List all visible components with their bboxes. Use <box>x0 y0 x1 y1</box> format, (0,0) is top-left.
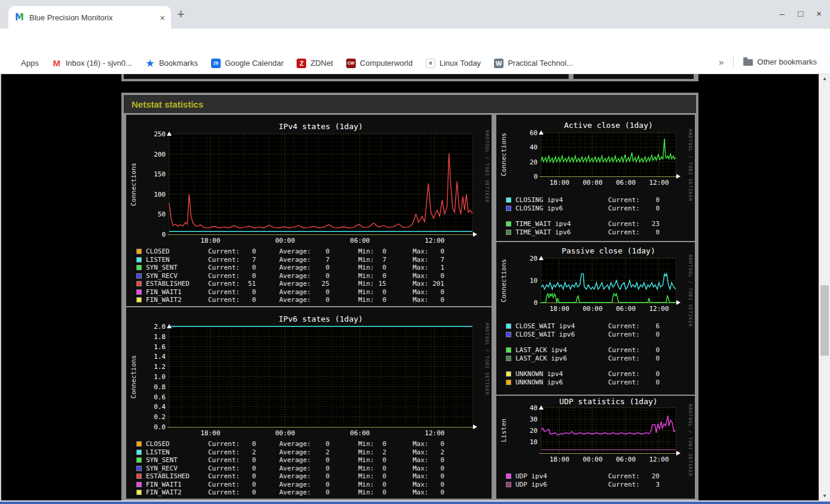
legend-name: LAST_ACK ipv4 <box>515 346 608 355</box>
browser-tab[interactable]: M M Blue Precision Monitorix × <box>8 6 171 29</box>
legend-name: FIN_WAIT2 <box>146 488 208 497</box>
legend-current-value: 0 <box>640 228 660 237</box>
svg-text:12:00: 12:00 <box>425 237 444 245</box>
bookmark-item-cw[interactable]: CWComputerworld <box>346 59 413 68</box>
legend-swatch <box>506 230 511 235</box>
rrdtool-side-label: RRDTOOL / TOBI OETIKER <box>688 404 693 476</box>
legend-swatch <box>136 490 142 495</box>
legend-name: LISTEN <box>146 256 208 264</box>
legend-name: CLOSE_WAIT ipv6 <box>515 331 608 339</box>
monitorix-favicon: M M <box>14 13 24 22</box>
previous-section-bottom-edge <box>121 74 698 81</box>
svg-text:30: 30 <box>530 416 538 423</box>
bookmark-item-star[interactable]: ★Bookmarks <box>145 59 198 68</box>
active-close-legend: CLOSING ipv4Current:0CLOSING ipv6Current… <box>496 196 704 236</box>
legend-name: SYN_RECV <box>146 465 208 473</box>
cw-icon: CW <box>346 59 356 68</box>
ipv6-states-panel: 18:0000:0006:0012:000.00.20.40.60.81.01.… <box>126 307 492 499</box>
legend-swatch <box>136 281 142 286</box>
legend-row-udp-ipv6: UDP ipv6Current:3 <box>506 481 704 489</box>
legend-swatch <box>506 347 511 353</box>
svg-text:00:00: 00:00 <box>582 305 602 313</box>
svg-text:00:00: 00:00 <box>275 429 295 437</box>
legend-name: UNKNOWN ipv6 <box>515 378 608 387</box>
svg-text:1.8: 1.8 <box>154 333 166 341</box>
new-tab-button[interactable]: + <box>177 10 185 19</box>
section-header: Netstat statistics <box>124 95 696 113</box>
legend-row-syn_sent: SYN_SENTCurrent:0Average:0Min:0Max:1 <box>136 264 502 272</box>
bookmark-label: ZDNet <box>310 59 333 68</box>
bookmarks-overflow-chevron[interactable]: » <box>719 57 724 67</box>
legend-name: FIN_WAIT2 <box>146 296 208 304</box>
svg-text:60: 60 <box>530 129 538 137</box>
svg-text:0.6: 0.6 <box>154 393 166 401</box>
svg-text:200: 200 <box>154 151 166 158</box>
udp-statistics-ylabel: Listen <box>499 408 508 453</box>
legend-swatch <box>136 466 142 471</box>
minimize-button[interactable]: – <box>780 8 785 19</box>
vertical-scrollbar[interactable]: ▲ ▼ <box>819 74 830 500</box>
bookmark-item-wordpress[interactable]: WPractical Technol... <box>494 59 573 68</box>
legend-current-value: 6 <box>640 322 660 331</box>
ipv6-states-ylabel: Connections <box>129 326 138 427</box>
legend-current-value: 0 <box>640 331 660 339</box>
bookmark-item-gmail[interactable]: MInbox (16) - sjvn0... <box>52 59 132 68</box>
svg-text:06:00: 06:00 <box>616 305 636 313</box>
svg-text:0: 0 <box>533 299 538 307</box>
maximize-button[interactable]: □ <box>798 8 803 19</box>
scrollbar-down-arrow[interactable]: ▼ <box>819 491 830 500</box>
linuxtoday-icon: lt <box>426 59 435 68</box>
svg-text:1.0: 1.0 <box>154 373 166 381</box>
svg-text:40: 40 <box>530 404 538 412</box>
window-close-button[interactable]: × <box>816 8 822 19</box>
bookmark-item-apps-grid[interactable]: Apps <box>8 59 39 68</box>
tab-close-icon[interactable]: × <box>160 13 165 22</box>
legend-swatch <box>506 380 511 385</box>
legend-current-value: 20 <box>640 472 660 481</box>
rrdtool-side-label: RRDTOOL / TOBI OETIKER <box>688 255 693 327</box>
legend-group: UDP ipv4Current:20UDP ipv6Current:3 <box>506 472 704 488</box>
legend-row-unknown-ipv6: UNKNOWN ipv6Current:0 <box>506 378 704 387</box>
legend-row-close-wait-ipv6: CLOSE_WAIT ipv6Current:0 <box>506 331 704 339</box>
bookmark-item-calendar[interactable]: 28Google Calendar <box>211 59 283 68</box>
legend-current-label: Current: <box>608 204 640 213</box>
zdnet-icon: Z <box>297 59 306 68</box>
legend-group: CLOSING ipv4Current:0CLOSING ipv6Current… <box>506 196 704 212</box>
legend-swatch <box>506 197 511 203</box>
legend-row-listen: LISTENCurrent:2Average:2Min:2Max:2 <box>136 448 502 457</box>
legend-current-label: Current: <box>608 346 640 355</box>
bookmark-label: Linux Today <box>440 59 481 68</box>
other-bookmarks-button[interactable]: Other bookmarks <box>743 57 817 66</box>
passive-close-legend: CLOSE_WAIT ipv4Current:6CLOSE_WAIT ipv6C… <box>496 322 704 386</box>
legend-group: LAST_ACK ipv4Current:0LAST_ACK ipv6Curre… <box>506 346 704 362</box>
calendar-icon: 28 <box>211 59 221 68</box>
ipv4-states-ylabel: Connections <box>129 134 138 234</box>
bookmark-label: Inbox (16) - sjvn0... <box>66 59 132 68</box>
legend-name: LAST_ACK ipv6 <box>515 355 608 363</box>
legend-swatch <box>136 474 142 479</box>
bookmarks-bar-right: » Other bookmarks <box>719 56 817 67</box>
scrollbar-thumb[interactable] <box>820 285 829 356</box>
legend-swatch <box>506 474 511 479</box>
ipv4-states-chart: 18:0000:0006:0012:00050100150200250IPv4 … <box>126 115 492 245</box>
legend-name: ESTABLISHED <box>146 472 208 481</box>
legend-current-value: 0 <box>640 204 660 213</box>
legend-row-closing-ipv6: CLOSING ipv6Current:0 <box>506 204 704 213</box>
passive-close-ylabel: Connections <box>499 258 508 303</box>
ipv4-states-legend: CLOSEDCurrent:0Average:0Min:0Max:0LISTEN… <box>126 248 502 304</box>
scrollbar-up-arrow[interactable]: ▲ <box>819 74 830 83</box>
svg-text:1.2: 1.2 <box>154 363 166 371</box>
legend-row-listen: LISTENCurrent:7Average:7Min:7Max:7 <box>136 256 502 264</box>
svg-text:18:00: 18:00 <box>550 305 569 313</box>
svg-text:00:00: 00:00 <box>582 456 602 463</box>
bookmark-item-zdnet[interactable]: ZZDNet <box>297 59 333 68</box>
legend-row-fin_wait1: FIN_WAIT1Current:0Average:0Min:0Max:0 <box>136 288 502 297</box>
legend-row-time-wait-ipv4: TIME_WAIT ipv4Current:23 <box>506 220 704 228</box>
bookmark-item-linuxtoday[interactable]: ltLinux Today <box>426 59 481 68</box>
legend-current-label: Current: <box>608 481 640 489</box>
section-title: Netstat statistics <box>132 99 203 109</box>
legend-swatch <box>136 265 142 270</box>
svg-text:18:00: 18:00 <box>550 179 569 187</box>
folder-icon <box>743 59 753 66</box>
legend-name: CLOSE_WAIT ipv4 <box>515 322 608 331</box>
